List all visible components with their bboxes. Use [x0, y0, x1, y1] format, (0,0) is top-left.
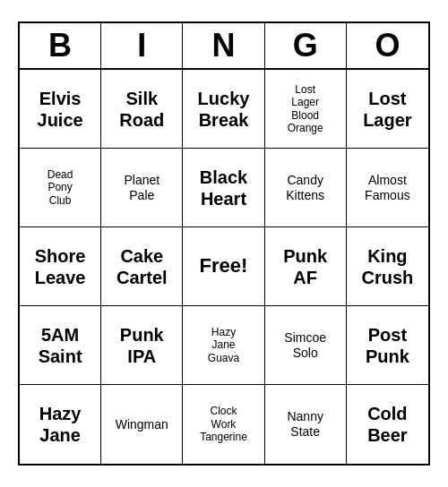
bingo-cell-12: Free! [183, 227, 264, 306]
bingo-cell-20: HazyJane [20, 385, 101, 464]
bingo-cell-8: CandyKittens [265, 149, 347, 227]
bingo-header: BINGO [20, 23, 428, 70]
header-letter-b: B [20, 23, 101, 68]
bingo-cell-4: LostLager [347, 70, 428, 149]
bingo-cell-17: HazyJaneGuava [183, 306, 264, 385]
bingo-cell-3: LostLagerBloodOrange [265, 70, 347, 149]
bingo-cell-13: PunkAF [265, 227, 347, 306]
bingo-card: BINGO ElvisJuiceSilkRoadLuckyBreakLostLa… [18, 21, 430, 466]
header-letter-i: I [101, 23, 183, 68]
bingo-cell-1: SilkRoad [101, 70, 183, 149]
bingo-cell-6: PlanetPale [101, 149, 183, 227]
bingo-cell-23: NannyState [265, 385, 347, 464]
bingo-cell-10: ShoreLeave [20, 227, 101, 306]
bingo-cell-11: CakeCartel [101, 227, 183, 306]
bingo-cell-0: ElvisJuice [20, 70, 101, 149]
header-letter-n: N [183, 23, 264, 68]
bingo-cell-7: BlackHeart [183, 149, 264, 227]
bingo-cell-16: PunkIPA [101, 306, 183, 385]
bingo-cell-24: ColdBeer [347, 385, 428, 464]
bingo-cell-21: Wingman [101, 385, 183, 464]
bingo-cell-18: SimcoeSolo [265, 306, 347, 385]
bingo-cell-19: PostPunk [347, 306, 428, 385]
bingo-cell-5: DeadPonyClub [20, 149, 101, 227]
bingo-cell-22: ClockWorkTangerine [183, 385, 264, 464]
header-letter-g: G [265, 23, 347, 68]
bingo-cell-14: KingCrush [347, 227, 428, 306]
bingo-cell-9: AlmostFamous [347, 149, 428, 227]
bingo-cell-15: 5AMSaint [20, 306, 101, 385]
bingo-grid: ElvisJuiceSilkRoadLuckyBreakLostLagerBlo… [20, 70, 428, 464]
header-letter-o: O [347, 23, 428, 68]
bingo-cell-2: LuckyBreak [183, 70, 264, 149]
